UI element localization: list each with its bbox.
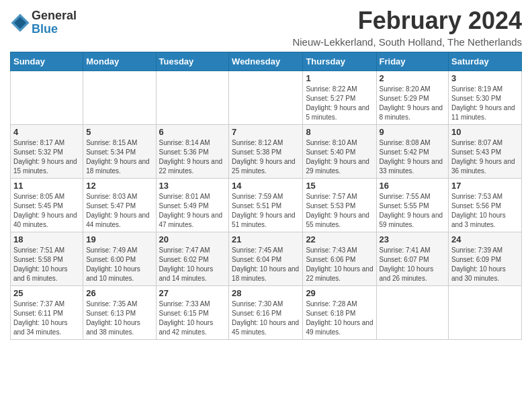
day-info: Sunrise: 8:08 AM Sunset: 5:42 PM Dayligh…	[380, 138, 446, 176]
day-number: 27	[159, 288, 226, 298]
day-info: Sunrise: 7:51 AM Sunset: 5:58 PM Dayligh…	[13, 246, 80, 283]
day-cell: 18Sunrise: 7:51 AM Sunset: 5:58 PM Dayli…	[11, 232, 83, 286]
day-number: 14	[232, 181, 300, 191]
day-cell: 24Sunrise: 7:39 AM Sunset: 6:09 PM Dayli…	[449, 232, 522, 286]
day-number: 18	[13, 234, 80, 244]
day-info: Sunrise: 7:43 AM Sunset: 6:06 PM Dayligh…	[306, 246, 373, 283]
day-info: Sunrise: 8:12 AM Sunset: 5:38 PM Dayligh…	[232, 138, 300, 176]
day-info: Sunrise: 7:35 AM Sunset: 6:13 PM Dayligh…	[86, 300, 152, 337]
day-cell: 21Sunrise: 7:45 AM Sunset: 6:04 PM Dayli…	[229, 232, 303, 286]
day-info: Sunrise: 7:57 AM Sunset: 5:53 PM Dayligh…	[306, 192, 373, 230]
header-thursday: Thursday	[303, 52, 376, 71]
day-number: 22	[306, 234, 373, 244]
header-monday: Monday	[83, 52, 156, 71]
header-sunday: Sunday	[11, 52, 83, 71]
day-info: Sunrise: 8:22 AM Sunset: 5:27 PM Dayligh…	[306, 85, 373, 122]
calendar-table: SundayMondayTuesdayWednesdayThursdayFrid…	[10, 52, 522, 340]
day-number: 7	[232, 127, 300, 137]
day-number: 4	[13, 127, 80, 137]
day-cell: 8Sunrise: 8:10 AM Sunset: 5:40 PM Daylig…	[303, 125, 376, 179]
day-cell: 19Sunrise: 7:49 AM Sunset: 6:00 PM Dayli…	[83, 232, 156, 286]
location-subtitle: Nieuw-Lekkerland, South Holland, The Net…	[292, 36, 522, 48]
day-number: 9	[380, 127, 446, 137]
day-info: Sunrise: 7:47 AM Sunset: 6:02 PM Dayligh…	[159, 246, 226, 283]
day-cell: 12Sunrise: 8:03 AM Sunset: 5:47 PM Dayli…	[83, 179, 156, 232]
day-cell: 2Sunrise: 8:20 AM Sunset: 5:29 PM Daylig…	[376, 71, 449, 125]
month-title: February 2024	[292, 7, 522, 35]
day-number: 17	[451, 181, 519, 191]
header-friday: Friday	[376, 52, 449, 71]
day-info: Sunrise: 8:15 AM Sunset: 5:34 PM Dayligh…	[86, 138, 152, 176]
day-cell	[156, 71, 229, 125]
day-cell: 17Sunrise: 7:53 AM Sunset: 5:56 PM Dayli…	[449, 179, 522, 232]
day-info: Sunrise: 8:17 AM Sunset: 5:32 PM Dayligh…	[13, 138, 80, 176]
day-number: 16	[380, 181, 446, 191]
day-number: 24	[451, 234, 519, 244]
day-cell: 15Sunrise: 7:57 AM Sunset: 5:53 PM Dayli…	[303, 179, 376, 232]
day-cell: 25Sunrise: 7:37 AM Sunset: 6:11 PM Dayli…	[11, 286, 83, 340]
day-cell: 22Sunrise: 7:43 AM Sunset: 6:06 PM Dayli…	[303, 232, 376, 286]
day-number: 15	[306, 181, 373, 191]
day-cell	[449, 286, 522, 340]
day-info: Sunrise: 8:14 AM Sunset: 5:36 PM Dayligh…	[159, 138, 226, 176]
day-info: Sunrise: 8:01 AM Sunset: 5:49 PM Dayligh…	[159, 192, 226, 230]
day-info: Sunrise: 8:20 AM Sunset: 5:29 PM Dayligh…	[380, 85, 446, 122]
page-header: General Blue February 2024 Nieuw-Lekkerl…	[10, 7, 522, 48]
week-row-4: 18Sunrise: 7:51 AM Sunset: 5:58 PM Dayli…	[11, 232, 522, 286]
day-info: Sunrise: 8:07 AM Sunset: 5:43 PM Dayligh…	[451, 138, 519, 176]
day-number: 29	[306, 288, 373, 298]
header-wednesday: Wednesday	[229, 52, 303, 71]
logo-blue-text: Blue	[32, 23, 77, 36]
week-row-5: 25Sunrise: 7:37 AM Sunset: 6:11 PM Dayli…	[11, 286, 522, 340]
day-number: 13	[159, 181, 226, 191]
day-number: 28	[232, 288, 300, 298]
day-cell: 26Sunrise: 7:35 AM Sunset: 6:13 PM Dayli…	[83, 286, 156, 340]
day-number: 23	[380, 234, 446, 244]
day-number: 3	[451, 73, 519, 83]
day-cell: 10Sunrise: 8:07 AM Sunset: 5:43 PM Dayli…	[449, 125, 522, 179]
day-info: Sunrise: 8:05 AM Sunset: 5:45 PM Dayligh…	[13, 192, 80, 230]
day-number: 12	[86, 181, 152, 191]
day-number: 26	[86, 288, 152, 298]
day-cell: 28Sunrise: 7:30 AM Sunset: 6:16 PM Dayli…	[229, 286, 303, 340]
day-info: Sunrise: 8:19 AM Sunset: 5:30 PM Dayligh…	[451, 85, 519, 122]
day-cell: 13Sunrise: 8:01 AM Sunset: 5:49 PM Dayli…	[156, 179, 229, 232]
header-saturday: Saturday	[449, 52, 522, 71]
day-info: Sunrise: 7:33 AM Sunset: 6:15 PM Dayligh…	[159, 300, 226, 337]
day-number: 1	[306, 73, 373, 83]
day-cell: 5Sunrise: 8:15 AM Sunset: 5:34 PM Daylig…	[83, 125, 156, 179]
week-row-1: 1Sunrise: 8:22 AM Sunset: 5:27 PM Daylig…	[11, 71, 522, 125]
title-area: February 2024 Nieuw-Lekkerland, South Ho…	[292, 7, 522, 48]
day-number: 5	[86, 127, 152, 137]
day-info: Sunrise: 7:59 AM Sunset: 5:51 PM Dayligh…	[232, 192, 300, 230]
calendar-header-row: SundayMondayTuesdayWednesdayThursdayFrid…	[11, 52, 522, 71]
day-cell: 27Sunrise: 7:33 AM Sunset: 6:15 PM Dayli…	[156, 286, 229, 340]
day-number: 2	[380, 73, 446, 83]
day-cell: 11Sunrise: 8:05 AM Sunset: 5:45 PM Dayli…	[11, 179, 83, 232]
day-cell: 3Sunrise: 8:19 AM Sunset: 5:30 PM Daylig…	[449, 71, 522, 125]
day-info: Sunrise: 8:10 AM Sunset: 5:40 PM Dayligh…	[306, 138, 373, 176]
day-info: Sunrise: 7:28 AM Sunset: 6:18 PM Dayligh…	[306, 300, 373, 337]
day-info: Sunrise: 7:53 AM Sunset: 5:56 PM Dayligh…	[451, 192, 519, 230]
day-cell: 14Sunrise: 7:59 AM Sunset: 5:51 PM Dayli…	[229, 179, 303, 232]
day-cell: 20Sunrise: 7:47 AM Sunset: 6:02 PM Dayli…	[156, 232, 229, 286]
day-info: Sunrise: 7:55 AM Sunset: 5:55 PM Dayligh…	[380, 192, 446, 230]
week-row-3: 11Sunrise: 8:05 AM Sunset: 5:45 PM Dayli…	[11, 179, 522, 232]
logo-icon	[10, 13, 30, 33]
day-cell: 23Sunrise: 7:41 AM Sunset: 6:07 PM Dayli…	[376, 232, 449, 286]
day-cell	[11, 71, 83, 125]
logo: General Blue	[10, 9, 77, 36]
day-info: Sunrise: 7:30 AM Sunset: 6:16 PM Dayligh…	[232, 300, 300, 337]
week-row-2: 4Sunrise: 8:17 AM Sunset: 5:32 PM Daylig…	[11, 125, 522, 179]
day-cell	[229, 71, 303, 125]
day-info: Sunrise: 7:41 AM Sunset: 6:07 PM Dayligh…	[380, 246, 446, 283]
day-cell: 9Sunrise: 8:08 AM Sunset: 5:42 PM Daylig…	[376, 125, 449, 179]
day-info: Sunrise: 7:37 AM Sunset: 6:11 PM Dayligh…	[13, 300, 80, 337]
day-number: 6	[159, 127, 226, 137]
logo-general-text: General	[32, 9, 77, 23]
day-number: 25	[13, 288, 80, 298]
day-number: 20	[159, 234, 226, 244]
day-number: 21	[232, 234, 300, 244]
header-tuesday: Tuesday	[156, 52, 229, 71]
day-info: Sunrise: 8:03 AM Sunset: 5:47 PM Dayligh…	[86, 192, 152, 230]
